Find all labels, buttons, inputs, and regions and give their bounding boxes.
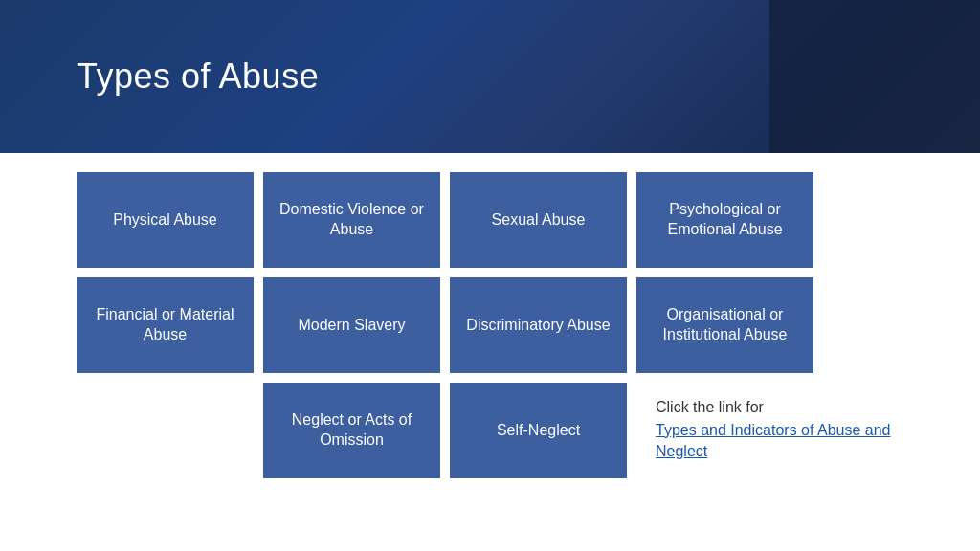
tile-sexual-abuse[interactable]: Sexual Abuse	[450, 172, 627, 268]
tile-physical-abuse[interactable]: Physical Abuse	[77, 172, 254, 268]
tile-psychological-abuse[interactable]: Psychological or Emotional Abuse	[636, 172, 813, 268]
link-section: Click the link for Types and Indicators …	[636, 383, 903, 478]
tile-domestic-violence[interactable]: Domestic Violence or Abuse	[263, 172, 440, 268]
tile-organisational-abuse[interactable]: Organisational or Institutional Abuse	[636, 277, 813, 373]
header-dark-panel	[769, 0, 980, 153]
link-prompt: Click the link for	[656, 399, 764, 416]
tile-row-1: Physical Abuse Domestic Violence or Abus…	[77, 172, 903, 268]
types-indicators-link[interactable]: Types and Indicators of Abuse and Neglec…	[656, 420, 903, 463]
tiles-grid: Physical Abuse Domestic Violence or Abus…	[77, 172, 903, 478]
tile-neglect[interactable]: Neglect or Acts of Omission	[263, 383, 440, 478]
tile-modern-slavery[interactable]: Modern Slavery	[263, 277, 440, 373]
tile-row-3: Neglect or Acts of Omission Self-Neglect…	[77, 383, 903, 478]
tile-discriminatory-abuse[interactable]: Discriminatory Abuse	[450, 277, 627, 373]
main-content: Physical Abuse Domestic Violence or Abus…	[0, 153, 980, 551]
page-header: Types of Abuse	[0, 0, 980, 153]
page-title: Types of Abuse	[77, 56, 319, 97]
tile-self-neglect[interactable]: Self-Neglect	[450, 383, 627, 478]
tile-financial-abuse[interactable]: Financial or Material Abuse	[77, 277, 254, 373]
tile-row-2: Financial or Material Abuse Modern Slave…	[77, 277, 903, 373]
